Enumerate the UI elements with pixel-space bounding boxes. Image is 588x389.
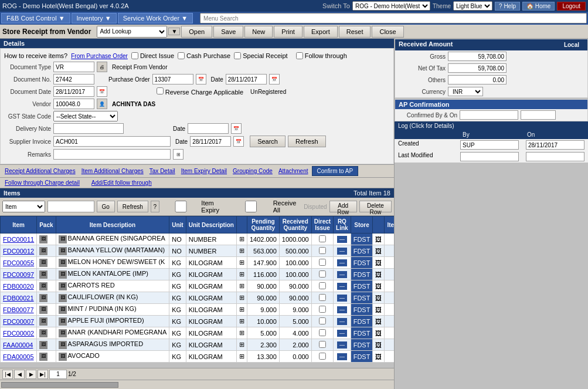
item-link[interactable]: FDC00007 <box>3 318 34 325</box>
cell-icon[interactable]: ⊞ <box>236 351 247 363</box>
menu-search-input[interactable] <box>200 13 587 23</box>
direct-issue-row-checkbox[interactable] <box>319 317 326 324</box>
direct-issue-row-checkbox[interactable] <box>319 341 326 348</box>
cell-store-icon[interactable]: 🖼 <box>373 257 385 269</box>
log-header[interactable]: Log (Click for Details) <box>395 121 588 130</box>
pack-icon[interactable]: 🖼 <box>39 329 47 337</box>
date3-calendar-btn[interactable]: 📅 <box>233 136 244 147</box>
cell-rq[interactable]: — <box>334 304 351 316</box>
vendor-icon-btn[interactable]: 👤 <box>97 99 107 109</box>
print-button[interactable]: Print <box>274 26 303 38</box>
currency-select[interactable]: INR <box>448 87 483 96</box>
net-of-tax-input[interactable] <box>448 63 507 73</box>
cell-direct[interactable] <box>311 316 333 327</box>
next-page-btn[interactable]: ▶ <box>26 370 36 379</box>
direct-issue-row-checkbox[interactable] <box>319 353 326 360</box>
cell-icon[interactable]: ⊞ <box>236 316 247 327</box>
cell-store-icon[interactable]: 🖼 <box>373 269 385 280</box>
first-page-btn[interactable]: |◀ <box>2 370 13 379</box>
date2-input[interactable] <box>188 123 229 134</box>
tab-grouping-code[interactable]: Grouping Code <box>230 167 275 175</box>
cell-store-icon[interactable]: 🖼 <box>373 304 385 316</box>
cell-icon[interactable]: ⊞ <box>236 280 247 292</box>
cell-store-icon[interactable]: 🖼 <box>373 280 385 292</box>
delivery-note-input[interactable] <box>53 123 124 134</box>
reset-button[interactable]: Reset <box>339 26 371 38</box>
rq-link-btn[interactable]: — <box>337 283 347 290</box>
direct-issue-checkbox[interactable] <box>131 52 138 59</box>
supplier-invoice-input[interactable] <box>53 136 171 147</box>
date2-calendar-btn[interactable]: 📅 <box>231 123 242 134</box>
doc-type-input[interactable] <box>53 62 94 72</box>
special-receipt-label[interactable]: Special Receipt <box>234 52 287 59</box>
add-lookup-dropdown[interactable]: Add Lookup <box>97 26 167 38</box>
item-link[interactable]: FDA00005 <box>3 353 34 360</box>
rq-link-btn[interactable]: — <box>337 353 347 360</box>
add-edit-follow-through-link[interactable]: Add/Edit follow through <box>89 179 154 187</box>
item-go-button[interactable]: Go <box>97 201 115 212</box>
confirmed-date-input[interactable] <box>521 110 556 120</box>
item-search-input[interactable] <box>47 201 94 212</box>
cell-direct[interactable] <box>311 234 333 245</box>
follow-through-checkbox[interactable] <box>296 52 303 59</box>
item-link[interactable]: FDC00097 <box>3 271 34 278</box>
reverse-charge-checkbox[interactable] <box>157 87 164 94</box>
save-button[interactable]: Save <box>213 26 243 38</box>
rq-link-btn[interactable]: — <box>337 236 347 243</box>
item-select-dropdown[interactable]: Item <box>2 201 45 212</box>
log-created-by-input[interactable] <box>460 140 519 150</box>
date-input[interactable] <box>226 74 267 84</box>
cell-icon[interactable]: ⊞ <box>236 327 247 339</box>
pack-icon[interactable]: 🖼 <box>39 306 47 314</box>
item-help-button[interactable]: ? <box>151 201 159 212</box>
item-expiry-label[interactable]: Item Expiry <box>162 199 228 214</box>
tab-attachment[interactable]: Attachment <box>276 167 311 175</box>
receive-all-checkbox[interactable] <box>230 201 271 212</box>
cell-direct[interactable] <box>311 304 333 316</box>
pack-icon[interactable]: 🖼 <box>39 294 47 302</box>
doc-date-calendar-btn[interactable]: 📅 <box>97 86 107 97</box>
log-modified-by-input[interactable] <box>460 152 519 161</box>
cell-store-icon[interactable]: 🖼 <box>373 292 385 304</box>
refresh-btn[interactable]: Refresh <box>288 136 326 147</box>
cell-direct[interactable] <box>311 351 333 363</box>
cell-icon[interactable]: ⊞ <box>236 304 247 316</box>
item-refresh-button[interactable]: Refresh <box>117 201 148 212</box>
cell-rq[interactable]: — <box>334 292 351 304</box>
date-calendar-btn[interactable]: 📅 <box>269 74 280 84</box>
pack-icon[interactable]: 🖼 <box>39 341 47 349</box>
h-scrollbar-thumb[interactable] <box>1 382 118 388</box>
cash-purchase-label[interactable]: Cash Purchase <box>178 52 230 59</box>
cell-store-icon[interactable]: 🖼 <box>373 339 385 351</box>
cell-store-icon[interactable]: 🖼 <box>373 327 385 339</box>
tab-item-expiry-detail[interactable]: Item Expiry Detail <box>179 167 229 175</box>
rq-link-btn[interactable]: — <box>337 259 347 266</box>
item-link[interactable]: FDB00077 <box>3 306 34 313</box>
from-purchase-order-link[interactable]: From Purchase Order <box>71 53 128 59</box>
gross-input[interactable] <box>448 52 507 61</box>
rq-link-btn[interactable]: — <box>337 330 347 337</box>
cell-icon[interactable]: ⊞ <box>236 245 247 257</box>
export-button[interactable]: Export <box>304 26 338 38</box>
pack-icon[interactable]: 🖼 <box>39 259 47 267</box>
pack-icon[interactable]: 🖼 <box>39 353 47 361</box>
gst-state-select[interactable]: --Select State-- <box>53 111 118 121</box>
item-link[interactable]: FDB00021 <box>3 295 34 302</box>
doc-type-icon-btn[interactable]: 🖨 <box>97 62 107 72</box>
pack-icon[interactable]: 🖼 <box>39 270 47 279</box>
direct-issue-row-checkbox[interactable] <box>319 247 326 254</box>
hotel-dropdown[interactable]: ROG - Demo Hotel(West <box>352 1 430 11</box>
pack-icon[interactable]: 🖼 <box>39 282 47 290</box>
direct-issue-row-checkbox[interactable] <box>319 329 326 336</box>
follow-through-label[interactable]: Follow through <box>296 52 347 59</box>
search-btn[interactable]: Search <box>250 136 285 147</box>
tab-receipt-additional-charges[interactable]: Receipt Additional Charges <box>2 167 78 175</box>
po-calendar-btn[interactable]: 📅 <box>196 74 206 84</box>
direct-issue-row-checkbox[interactable] <box>319 294 326 301</box>
page-input[interactable] <box>49 370 67 379</box>
delete-row-button[interactable]: Delete Row <box>359 201 392 212</box>
home-button[interactable]: 🏠 Home <box>522 2 555 11</box>
po-input[interactable] <box>152 74 193 84</box>
pack-icon[interactable]: 🖼 <box>39 247 47 255</box>
cell-store-icon[interactable]: 🖼 <box>373 316 385 327</box>
